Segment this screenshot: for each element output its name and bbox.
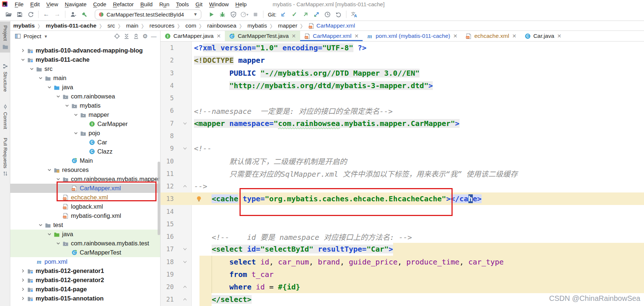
git-update-button[interactable] — [278, 10, 289, 19]
chevron-down-icon[interactable] — [72, 112, 79, 118]
tab-carmappertest-java[interactable]: CCarMapperTest.java✕ — [225, 31, 300, 41]
sync-button[interactable] — [25, 10, 36, 19]
chevron-down-icon[interactable] — [46, 167, 53, 173]
breadcrumb-item-mybatis[interactable]: mybatis — [247, 22, 267, 29]
close-icon[interactable]: ✕ — [512, 33, 517, 39]
back-arrow-button[interactable]: ← — [41, 10, 52, 19]
chevron-down-icon[interactable]: ▼ — [44, 34, 48, 39]
tab-carmapper-xml[interactable]: <>CarMapper.xml✕ — [300, 31, 363, 41]
code-line-15[interactable]: 15 — [161, 218, 644, 230]
project-scrollbar[interactable] — [158, 162, 160, 235]
intention-bulb-icon[interactable] — [196, 196, 202, 202]
stop-button[interactable] — [250, 10, 261, 19]
menu-view[interactable]: View — [43, 1, 61, 7]
user-button[interactable] — [68, 10, 79, 19]
code-line-8[interactable]: 8 — [161, 130, 644, 142]
tree-item-com-rainbowsea[interactable]: com.rainbowsea — [10, 92, 160, 101]
breadcrumb-item-mybatis-011-cache[interactable]: mybatis-011-cache — [46, 22, 97, 29]
tree-item-mybatis-010-advanced-mapping-blog[interactable]: mybatis-010-advanced-mapping-blog — [10, 46, 160, 55]
stripe-button-commit[interactable]: Commit — [0, 104, 10, 129]
chevron-right-icon[interactable] — [19, 277, 26, 283]
tree-item-java[interactable]: java — [10, 83, 160, 92]
hide-minus-icon[interactable]: — — [151, 33, 156, 39]
breadcrumb-item-rainbowsea[interactable]: rainbowsea — [207, 22, 236, 29]
breadcrumb-item-mybatis[interactable]: mybatis — [13, 22, 35, 29]
run-configuration-select[interactable]: CarMapperTest.testSelectById4▼ — [95, 10, 201, 19]
tree-item-mybatis-012-generator1[interactable]: mybatis-012-generator1 — [10, 266, 160, 276]
breadcrumb-item-com[interactable]: com — [186, 22, 196, 29]
fold-collapse-icon[interactable] — [183, 247, 187, 252]
menu-help[interactable]: Help — [232, 1, 250, 7]
menu-run[interactable]: Run — [156, 1, 173, 7]
code-line-7[interactable]: 7<mapper namespace="com.rainbowsea.mybat… — [161, 117, 644, 130]
tree-item-test[interactable]: test — [10, 220, 160, 230]
rollback-button[interactable] — [333, 10, 344, 19]
code-line-9[interactable]: 9<!-- — [161, 142, 644, 155]
chevron-down-icon[interactable] — [54, 176, 62, 182]
fold-expand-icon[interactable] — [183, 297, 187, 302]
menu-build[interactable]: Build — [137, 1, 156, 7]
close-icon[interactable]: ✕ — [557, 33, 562, 39]
code-line-11[interactable]: 11 只需要在对应的SqlMapper.xml 文件中添加以下标签，用来表示“我… — [161, 168, 644, 180]
chevron-down-icon[interactable] — [46, 231, 53, 237]
tree-item-com-rainbowsea-mybatis-test[interactable]: com.rainbowsea.mybatis.test — [10, 239, 160, 248]
git-commit-button[interactable]: ✓ — [289, 10, 300, 19]
chevron-right-icon[interactable] — [19, 268, 26, 274]
breadcrumb-item-src[interactable]: src — [107, 22, 115, 29]
tab-carmapper-java[interactable]: ICarMapper.java✕ — [161, 31, 225, 41]
tree-item-clazz[interactable]: CClazz — [10, 147, 160, 156]
tree-item-mybatis-014-page[interactable]: mybatis-014-page — [10, 285, 160, 294]
chevron-right-icon[interactable] — [19, 296, 26, 301]
expand-all-icon[interactable] — [123, 33, 130, 39]
code-line-16[interactable]: 16 <!-- id 要是 namespace 对应接口上的方法名: --> — [161, 230, 644, 243]
fold-expand-icon[interactable] — [183, 285, 187, 289]
menu-code[interactable]: Code — [90, 1, 110, 7]
history-button[interactable] — [322, 10, 333, 19]
tree-item-java[interactable]: java — [10, 230, 160, 239]
tree-item-carmappertest[interactable]: CCarMapperTest — [10, 248, 160, 257]
tree-item-src[interactable]: src — [10, 64, 160, 73]
tree-item-pojo[interactable]: pojo — [10, 129, 160, 138]
fold-collapse-icon[interactable] — [183, 121, 187, 126]
tree-item-pom-xml[interactable]: mpom.xml — [10, 257, 160, 266]
code-line-10[interactable]: 10 默认情况下，二级缓存机制是开启的 — [161, 155, 644, 167]
tree-item-mybatis-015-annotation[interactable]: mybatis-015-annotation — [10, 294, 160, 303]
stripe-button-pull-requests[interactable]: Pull Requests — [0, 138, 10, 176]
chevron-down-icon[interactable] — [63, 103, 71, 108]
profiler-button[interactable]: ▾ — [239, 10, 250, 19]
project-panel-title[interactable]: Project — [24, 33, 41, 40]
git-diff-button[interactable] — [311, 10, 322, 19]
tab-echcache-xml[interactable]: <>echcache.xml✕ — [461, 31, 521, 41]
code-line-20[interactable]: 20 where id = #{id} — [161, 281, 644, 293]
tree-item-main[interactable]: main — [10, 73, 160, 83]
chevron-down-icon[interactable] — [54, 94, 62, 99]
settings-gear-icon[interactable]: ⚙ — [143, 33, 148, 40]
code-line-4[interactable]: 4 "http://mybatis.org/dtd/mybatis-3-mapp… — [161, 79, 644, 92]
close-icon[interactable]: ✕ — [216, 33, 221, 39]
menu-navigate[interactable]: Navigate — [61, 1, 90, 7]
save-button[interactable] — [14, 10, 25, 19]
tree-item-mybatis[interactable]: mybatis — [10, 101, 160, 110]
chevron-right-icon[interactable] — [19, 287, 26, 292]
chevron-down-icon[interactable] — [46, 84, 53, 90]
code-line-2[interactable]: 2<!DOCTYPE mapper — [161, 54, 644, 66]
tree-item-mybatis-config-xml[interactable]: <>mybatis-config.xml — [10, 211, 160, 220]
chevron-right-icon[interactable] — [19, 48, 26, 53]
close-icon[interactable]: ✕ — [453, 33, 457, 39]
tree-item-mapper[interactable]: mapper — [10, 110, 160, 119]
open-folder-button[interactable] — [3, 10, 14, 19]
tree-item-carmapper[interactable]: ICarMapper — [10, 119, 160, 129]
chevron-down-icon[interactable] — [54, 241, 62, 246]
close-icon[interactable]: ✕ — [292, 33, 296, 39]
tab-pom-xml-mybatis-011-cache-[interactable]: mpom.xml (mybatis-011-cache)✕ — [363, 31, 461, 41]
chevron-down-icon[interactable] — [72, 130, 79, 136]
translate-button[interactable]: 文A — [349, 10, 360, 19]
debug-button[interactable] — [217, 10, 228, 19]
coverage-button[interactable] — [228, 10, 239, 19]
stripe-button-project[interactable]: Project — [0, 22, 10, 53]
tree-item-main[interactable]: CMain — [10, 156, 160, 165]
code-line-6[interactable]: 6<!--namespace 一定要是: 对应的接口的全限定类名--> — [161, 104, 644, 117]
menu-tools[interactable]: Tools — [173, 1, 192, 7]
stripe-button-structure[interactable]: Structure — [0, 64, 10, 92]
tree-item-resources[interactable]: resources — [10, 165, 160, 174]
